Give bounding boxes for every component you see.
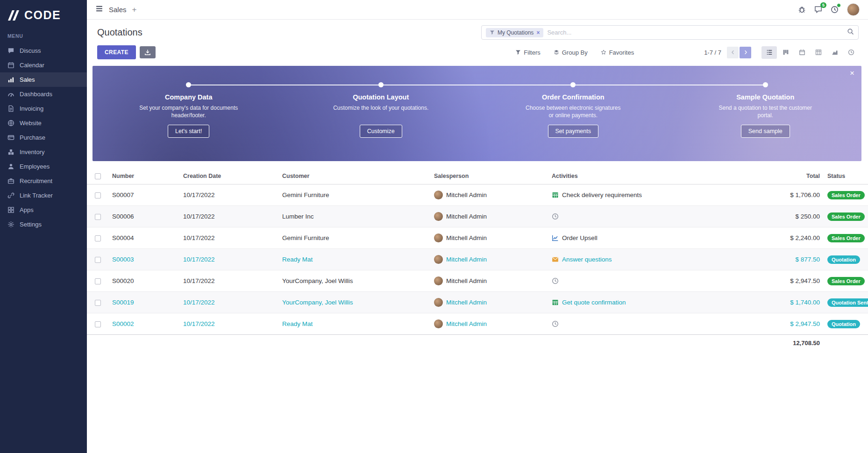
cell-creation-date: 10/17/2022 (179, 206, 278, 227)
add-tab-icon[interactable]: + (132, 5, 137, 14)
cell-activities[interactable]: Answer questions (548, 249, 767, 270)
group-by-button[interactable]: Group By (554, 49, 588, 56)
quotation-row[interactable]: S0000610/17/2022Lumber IncMitchell Admin… (87, 206, 868, 227)
search-icon[interactable] (847, 28, 854, 37)
row-checkbox[interactable] (95, 214, 101, 220)
view-activity-button[interactable] (843, 46, 859, 59)
onboarding-step: Sample QuotationSend a quotation to test… (709, 82, 821, 138)
cell-activities[interactable] (548, 313, 767, 335)
clock-icon (552, 213, 559, 220)
column-header-creation-date[interactable]: Creation Date (179, 168, 278, 184)
menu-section-label: MENU (0, 32, 87, 43)
column-header-activities[interactable]: Activities (548, 168, 767, 184)
favorites-button[interactable]: Favorites (601, 49, 634, 56)
search-bar[interactable]: My Quotations × (481, 25, 859, 40)
sidebar-item-website[interactable]: Website (0, 116, 87, 130)
step-dot (186, 82, 191, 87)
create-button[interactable]: CREATE (97, 45, 136, 59)
quotation-row[interactable]: S0002010/17/2022YourCompany, Joel Willis… (87, 270, 868, 292)
cell-activities[interactable] (548, 270, 767, 292)
chevron-left-icon (730, 50, 736, 55)
search-facet-label: My Quotations (498, 29, 534, 36)
onboarding-banner: × Company DataSet your company's data fo… (92, 66, 861, 161)
view-list-button[interactable] (761, 46, 777, 59)
view-pivot-button[interactable] (811, 46, 826, 59)
column-header-status[interactable]: Status (824, 168, 868, 184)
status-badge: Sales Order (827, 191, 865, 199)
filters-button[interactable]: Filters (515, 49, 540, 56)
column-header-salesperson[interactable]: Salesperson (430, 168, 548, 184)
step-title: Company Data (133, 93, 245, 102)
row-checkbox[interactable] (95, 192, 101, 198)
export-button[interactable] (140, 46, 156, 58)
column-header-number[interactable]: Number (108, 168, 179, 184)
step-action-button[interactable]: Let's start! (168, 125, 209, 138)
step-action-button[interactable]: Set payments (548, 125, 598, 138)
step-action-button[interactable]: Send sample (741, 125, 790, 138)
quotation-row[interactable]: S0001910/17/2022YourCompany, Joel Willis… (87, 292, 868, 313)
quotation-row[interactable]: S0000410/17/2022Gemini FurnitureMitchell… (87, 227, 868, 249)
sidebar-item-purchase[interactable]: Purchase (0, 130, 87, 145)
sidebar-item-settings[interactable]: Settings (0, 217, 87, 232)
cell-activities[interactable]: Check delivery requirements (548, 184, 767, 206)
pager-next-button[interactable] (740, 47, 751, 58)
activities-clock-icon[interactable] (831, 6, 839, 14)
sidebar-item-label: Purchase (20, 134, 45, 141)
cell-number: S00019 (108, 292, 179, 313)
step-title: Order Confirmation (517, 93, 629, 102)
select-all-checkbox[interactable] (95, 173, 101, 179)
cell-activities[interactable]: Order Upsell (548, 227, 767, 249)
sidebar-item-sales[interactable]: Sales (0, 72, 87, 87)
link-icon (7, 192, 14, 199)
sidebar-item-recruitment[interactable]: Recruitment (0, 174, 87, 188)
quotation-row[interactable]: S0000310/17/2022Ready MatMitchell AdminA… (87, 249, 868, 270)
row-checkbox[interactable] (95, 321, 101, 327)
cell-activities[interactable] (548, 206, 767, 227)
step-action-button[interactable]: Customize (360, 125, 402, 138)
sidebar-item-link-tracker[interactable]: Link Tracker (0, 188, 87, 203)
facet-remove-icon[interactable]: × (536, 29, 540, 36)
filters-label: Filters (524, 49, 540, 56)
status-badge: Quotation (827, 320, 860, 328)
sidebar-item-dashboards[interactable]: Dashboards (0, 87, 87, 101)
banner-close-icon[interactable]: × (850, 69, 854, 77)
app-logo[interactable]: CODE (0, 0, 87, 32)
sidebar-item-discuss[interactable]: Discuss (0, 43, 87, 58)
sidebar-item-apps[interactable]: Apps (0, 203, 87, 217)
filters-funnel-icon (515, 50, 521, 55)
search-input[interactable] (547, 29, 843, 36)
search-facet[interactable]: My Quotations × (486, 28, 543, 37)
sidebar-item-label: Employees (20, 163, 50, 170)
cell-creation-date: 10/17/2022 (179, 313, 278, 335)
row-checkbox[interactable] (95, 235, 101, 241)
sidebar-item-employees[interactable]: Employees (0, 159, 87, 174)
view-kanban-button[interactable] (778, 46, 793, 59)
sidebar-item-calendar[interactable]: Calendar (0, 58, 87, 72)
pager-previous-button[interactable] (727, 47, 739, 58)
user-avatar[interactable] (847, 3, 860, 16)
cell-activities[interactable]: Get quote confirmation (548, 292, 767, 313)
view-calendar-button[interactable] (794, 46, 810, 59)
debug-bug-icon[interactable] (798, 6, 806, 14)
sidebar-item-inventory[interactable]: Inventory (0, 145, 87, 159)
topbar-app-name[interactable]: Sales (109, 6, 127, 14)
sidebar-item-invoicing[interactable]: Invoicing (0, 101, 87, 116)
view-graph-button[interactable] (827, 46, 842, 59)
row-checkbox[interactable] (95, 300, 101, 306)
cell-status: Quotation Sent (824, 292, 868, 313)
status-badge: Sales Order (827, 277, 865, 285)
messages-icon[interactable]: 5 (814, 6, 822, 14)
quotation-row[interactable]: S0000710/17/2022Gemini FurnitureMitchell… (87, 184, 868, 206)
column-header-customer[interactable]: Customer (278, 168, 430, 184)
hamburger-menu-icon[interactable] (95, 5, 103, 14)
download-icon (144, 49, 151, 56)
clock-icon (552, 277, 559, 284)
row-checkbox[interactable] (95, 257, 101, 263)
row-checkbox[interactable] (95, 278, 101, 284)
cell-customer: YourCompany, Joel Willis (278, 292, 430, 313)
recruitment-icon (7, 177, 14, 184)
quotations-list: NumberCreation DateCustomerSalespersonAc… (87, 168, 868, 453)
column-header-total[interactable]: Total (767, 168, 824, 184)
quotation-row[interactable]: S0000210/17/2022Ready MatMitchell Admin$… (87, 313, 868, 335)
salesperson-avatar (434, 298, 443, 307)
